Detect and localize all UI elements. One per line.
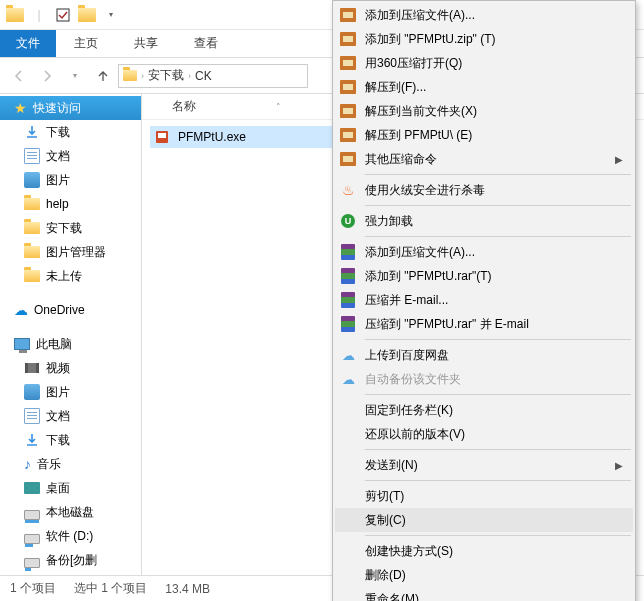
tree-documents[interactable]: 文档 (0, 144, 141, 168)
uninstall-icon: U (341, 214, 355, 228)
tree-label: 下载 (46, 432, 70, 449)
menu-delete[interactable]: 删除(D) (335, 563, 633, 587)
tree-label: 桌面 (46, 480, 70, 497)
tree-label: 未上传 (46, 268, 82, 285)
menu-huorong[interactable]: ♨使用火绒安全进行杀毒 (335, 178, 633, 202)
menu-add-zip[interactable]: 添加到 "PFMPtU.zip" (T) (335, 27, 633, 51)
tree-label: 图片 (46, 172, 70, 189)
menu-extract-folder[interactable]: 解压到 PFMPtU\ (E) (335, 123, 633, 147)
folder-icon (24, 198, 40, 210)
back-button[interactable] (6, 63, 32, 89)
menu-upload-baidu[interactable]: ☁上传到百度网盘 (335, 343, 633, 367)
exe-icon (154, 129, 170, 145)
qat-dropdown[interactable]: ▾ (100, 4, 122, 26)
menu-separator (365, 394, 631, 395)
home-tab[interactable]: 主页 (56, 30, 116, 57)
document-icon (24, 148, 40, 164)
archive-icon (340, 56, 356, 70)
menu-separator (365, 480, 631, 481)
quick-access[interactable]: ★快速访问 (0, 96, 141, 120)
tree-desktop[interactable]: 桌面 (0, 476, 141, 500)
menu-pin-taskbar[interactable]: 固定到任务栏(K) (335, 398, 633, 422)
tree-pictures[interactable]: 图片 (0, 168, 141, 192)
rar-icon (341, 292, 355, 308)
svg-rect-0 (57, 9, 69, 21)
tree-pictures2[interactable]: 图片 (0, 380, 141, 404)
disk-icon (24, 534, 40, 544)
breadcrumb-item[interactable]: CK (195, 69, 212, 83)
cloud-icon: ☁ (14, 302, 28, 318)
menu-rename[interactable]: 重命名(M) (335, 587, 633, 601)
menu-label: 添加到 "PFMPtU.rar"(T) (365, 268, 492, 285)
archive-icon (340, 32, 356, 46)
picture-icon (24, 384, 40, 400)
menu-compress-rar-email[interactable]: 压缩到 "PFMPtU.rar" 并 E-mail (335, 312, 633, 336)
menu-send-to[interactable]: 发送到(N)▶ (335, 453, 633, 477)
share-tab[interactable]: 共享 (116, 30, 176, 57)
tree-downloads2[interactable]: 下载 (0, 428, 141, 452)
breadcrumb-item[interactable]: 安下载 (148, 67, 184, 84)
file-tab[interactable]: 文件 (0, 30, 56, 57)
address-bar[interactable]: › 安下载 › CK (118, 64, 308, 88)
forward-button[interactable] (34, 63, 60, 89)
menu-add-archive[interactable]: 添加到压缩文件(A)... (335, 3, 633, 27)
menu-label: 自动备份该文件夹 (365, 371, 461, 388)
menu-extract-here[interactable]: 解压到当前文件夹(X) (335, 99, 633, 123)
tree-softd[interactable]: 软件 (D:) (0, 524, 141, 548)
menu-label: 其他压缩命令 (365, 151, 437, 168)
svg-rect-2 (25, 363, 28, 373)
tree-backup[interactable]: 备份[勿删 (0, 548, 141, 572)
music-icon: ♪ (24, 456, 31, 472)
menu-label: 压缩到 "PFMPtU.rar" 并 E-mail (365, 316, 529, 333)
tree-localdisk[interactable]: 本地磁盘 (0, 500, 141, 524)
folder-icon (123, 70, 137, 81)
tree-label: 文档 (46, 408, 70, 425)
menu-other-compress[interactable]: 其他压缩命令▶ (335, 147, 633, 171)
tree-downloads[interactable]: 下载 (0, 120, 141, 144)
menu-extract-to[interactable]: 解压到(F)... (335, 75, 633, 99)
menu-separator (365, 339, 631, 340)
folder-icon (24, 246, 40, 258)
menu-add-rar[interactable]: 添加到 "PFMPtU.rar"(T) (335, 264, 633, 288)
menu-label: 删除(D) (365, 567, 406, 584)
tree-videos[interactable]: 视频 (0, 356, 141, 380)
menu-add-archive-2[interactable]: 添加到压缩文件(A)... (335, 240, 633, 264)
menu-label: 用360压缩打开(Q) (365, 55, 462, 72)
file-name: PFMPtU.exe (178, 130, 246, 144)
menu-shortcut[interactable]: 创建快捷方式(S) (335, 539, 633, 563)
menu-compress-email[interactable]: 压缩并 E-mail... (335, 288, 633, 312)
menu-restore-prev[interactable]: 还原以前的版本(V) (335, 422, 633, 446)
tree-label: 本地磁盘 (46, 504, 94, 521)
menu-force-uninstall[interactable]: U强力卸载 (335, 209, 633, 233)
recent-dropdown[interactable]: ▾ (62, 63, 88, 89)
column-name[interactable]: 名称 (172, 98, 196, 115)
navigation-tree[interactable]: ★快速访问 下载 文档 图片 help 安下载 图片管理器 未上传 ☁OneDr… (0, 94, 142, 575)
tree-music[interactable]: ♪音乐 (0, 452, 141, 476)
tree-label: 音乐 (37, 456, 61, 473)
archive-icon (340, 128, 356, 142)
menu-cut[interactable]: 剪切(T) (335, 484, 633, 508)
tree-documents2[interactable]: 文档 (0, 404, 141, 428)
cloud-icon: ☁ (339, 346, 357, 364)
qat-separator: | (28, 4, 50, 26)
menu-auto-backup: ☁自动备份该文件夹 (335, 367, 633, 391)
tree-anxz[interactable]: 安下载 (0, 216, 141, 240)
menu-label: 强力卸载 (365, 213, 413, 230)
menu-label: 解压到当前文件夹(X) (365, 103, 477, 120)
menu-copy[interactable]: 复制(C) (335, 508, 633, 532)
menu-separator (365, 535, 631, 536)
checkbox-icon[interactable] (52, 4, 74, 26)
chevron-right-icon: › (141, 71, 144, 81)
folder-icon[interactable] (4, 4, 26, 26)
archive-icon (340, 8, 356, 22)
tree-thispc[interactable]: 此电脑 (0, 332, 141, 356)
tree-picmgr[interactable]: 图片管理器 (0, 240, 141, 264)
folder-icon-2[interactable] (76, 4, 98, 26)
view-tab[interactable]: 查看 (176, 30, 236, 57)
up-button[interactable] (90, 63, 116, 89)
menu-open-360[interactable]: 用360压缩打开(Q) (335, 51, 633, 75)
tree-unuploaded[interactable]: 未上传 (0, 264, 141, 288)
tree-help[interactable]: help (0, 192, 141, 216)
tree-onedrive[interactable]: ☁OneDrive (0, 298, 141, 322)
svg-rect-5 (158, 133, 166, 138)
